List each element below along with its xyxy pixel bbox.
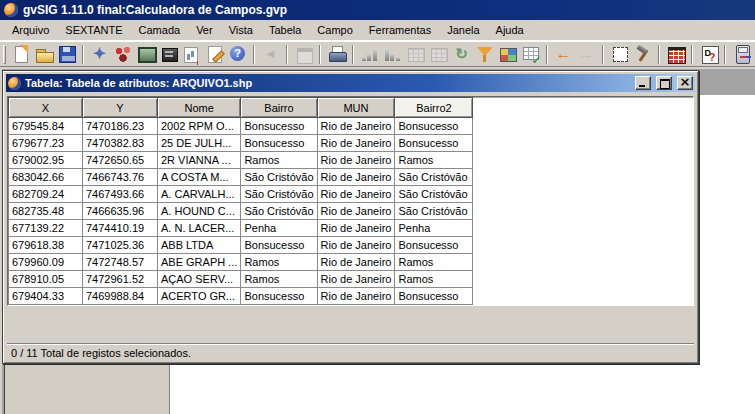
table-row[interactable]: 679002.957472650.652R VIANNA ...RamosRio… [9, 152, 473, 169]
table-row[interactable]: 682735.487466635.96A. HOUND C...São Cris… [9, 203, 473, 220]
cell[interactable]: Rio de Janeiro [317, 152, 395, 169]
cell[interactable]: São Cristóvão [395, 169, 473, 186]
cell[interactable]: Ramos [395, 271, 473, 288]
cell[interactable]: 7471025.36 [83, 237, 158, 254]
menu-item-sextante[interactable]: SEXTANTE [57, 21, 130, 39]
preferences-tools-icon[interactable] [631, 43, 654, 65]
cell[interactable]: 2002 RPM O... [158, 118, 241, 135]
table-row[interactable]: 677139.227474410.19A. N. LACER...PenhaRi… [9, 220, 473, 237]
statistics-table-icon[interactable] [496, 43, 519, 65]
cell[interactable]: Rio de Janeiro [317, 237, 395, 254]
cell[interactable]: São Cristóvão [241, 203, 317, 220]
cell[interactable]: Ramos [395, 254, 473, 271]
column-header-x[interactable]: X [9, 98, 83, 118]
help-icon[interactable]: ? [226, 43, 249, 65]
sextante-history-icon[interactable] [157, 43, 180, 65]
cell[interactable]: 679960.09 [9, 254, 83, 271]
sextante-notes-icon[interactable] [203, 43, 226, 65]
cell[interactable]: Rio de Janeiro [317, 220, 395, 237]
maximize-button[interactable] [656, 76, 672, 90]
cell[interactable]: 25 DE JULH... [158, 135, 241, 152]
table-scrollpane[interactable]: XYNomeBairroMUNBairro2 679545.847470186.… [7, 96, 694, 306]
minimize-button[interactable] [635, 76, 651, 90]
cell[interactable]: 2R VIANNA ... [158, 152, 241, 169]
cell[interactable]: 679002.95 [9, 152, 83, 169]
cell[interactable]: 7472650.65 [83, 152, 158, 169]
cell[interactable]: São Cristóvão [395, 203, 473, 220]
cell[interactable]: Ramos [395, 152, 473, 169]
sextante-console-icon[interactable] [134, 43, 157, 65]
table-window-titlebar[interactable]: Tabela: Tabela de atributos: ARQUIVO1.sh… [6, 74, 695, 92]
cell[interactable]: 679677.23 [9, 135, 83, 152]
cell[interactable]: Bonsucesso [395, 118, 473, 135]
menu-item-campo[interactable]: Campo [309, 21, 360, 39]
menu-item-ferramentas[interactable]: Ferramentas [361, 21, 439, 39]
refresh-icon[interactable]: ↻ [450, 43, 473, 65]
cell[interactable]: Bonsucesso [241, 237, 317, 254]
table-check-icon[interactable] [519, 43, 542, 65]
menu-item-ajuda[interactable]: Ajuda [488, 21, 532, 39]
cell[interactable]: 7472748.57 [83, 254, 158, 271]
cell[interactable]: 677139.22 [9, 220, 83, 237]
cell[interactable]: Rio de Janeiro [317, 135, 395, 152]
table-row[interactable]: 679677.237470382.8325 DE JULH...Bonsuces… [9, 135, 473, 152]
column-header-y[interactable]: Y [83, 98, 158, 118]
cell[interactable]: 7467493.66 [83, 186, 158, 203]
cell[interactable]: 679404.33 [9, 288, 83, 305]
cell[interactable]: 7470186.23 [83, 118, 158, 135]
cell[interactable]: Penha [395, 220, 473, 237]
print-icon[interactable] [325, 43, 348, 65]
back-arrow-icon[interactable]: ← [552, 43, 575, 65]
cell[interactable]: AÇAO SERV... [158, 271, 241, 288]
attributes-table-icon[interactable] [664, 43, 687, 65]
column-header-mun[interactable]: MUN [317, 98, 395, 118]
save-project-icon[interactable] [55, 43, 78, 65]
cell[interactable]: A. CARVALH... [158, 186, 241, 203]
column-header-nome[interactable]: Nome [158, 98, 241, 118]
table-row[interactable]: 679618.387471025.36ABB LTDABonsucessoRio… [9, 237, 473, 254]
field-manager-icon[interactable] [697, 43, 720, 65]
menu-item-ver[interactable]: Ver [188, 21, 221, 39]
sextante-models-icon[interactable] [111, 43, 134, 65]
cell[interactable]: 7470382.83 [83, 135, 158, 152]
column-header-bairro[interactable]: Bairro [241, 98, 317, 118]
cell[interactable]: 7466635.96 [83, 203, 158, 220]
close-button[interactable] [677, 76, 693, 90]
table-row[interactable]: 679545.847470186.232002 RPM O...Bonsuces… [9, 118, 473, 135]
cell[interactable]: 7469988.84 [83, 288, 158, 305]
cell[interactable]: 7472961.52 [83, 271, 158, 288]
sextante-results-icon[interactable] [180, 43, 203, 65]
sextante-toolbox-icon[interactable]: ✦ [88, 43, 111, 65]
cell[interactable]: A COSTA M... [158, 169, 241, 186]
filter-icon[interactable] [473, 43, 496, 65]
cell[interactable]: Bonsucesso [395, 237, 473, 254]
cell[interactable]: Rio de Janeiro [317, 186, 395, 203]
menu-item-tabela[interactable]: Tabela [261, 21, 309, 39]
menu-item-camada[interactable]: Camada [131, 21, 189, 39]
cell[interactable]: Bonsucesso [241, 118, 317, 135]
menu-item-vista[interactable]: Vista [221, 21, 261, 39]
cell[interactable]: Bonsucesso [395, 135, 473, 152]
cell[interactable]: Bonsucesso [395, 288, 473, 305]
cell[interactable]: 682735.48 [9, 203, 83, 220]
cell[interactable]: Rio de Janeiro [317, 203, 395, 220]
menu-item-janela[interactable]: Janela [439, 21, 487, 39]
cell[interactable]: Ramos [241, 271, 317, 288]
sort-ascending-icon[interactable] [358, 43, 381, 65]
table-row[interactable]: 678910.057472961.52AÇAO SERV...RamosRio … [9, 271, 473, 288]
cell[interactable]: Rio de Janeiro [317, 254, 395, 271]
cell[interactable]: ABB LTDA [158, 237, 241, 254]
cell[interactable]: 679618.38 [9, 237, 83, 254]
cell[interactable]: ABE GRAPH ... [158, 254, 241, 271]
table-row[interactable]: 679960.097472748.57ABE GRAPH ...RamosRio… [9, 254, 473, 271]
toolbar-handle[interactable] [3, 45, 6, 64]
cell[interactable]: 7474410.19 [83, 220, 158, 237]
selection-tools-icon[interactable] [608, 43, 631, 65]
new-document-icon[interactable] [9, 43, 32, 65]
cell[interactable]: 682709.24 [9, 186, 83, 203]
cell[interactable]: Ramos [241, 254, 317, 271]
table-row[interactable]: 683042.667466743.76A COSTA M...São Crist… [9, 169, 473, 186]
cell[interactable]: A. HOUND C... [158, 203, 241, 220]
table-row[interactable]: 679404.337469988.84ACERTO GR...Bonsucess… [9, 288, 473, 305]
cell[interactable]: Bonsucesso [241, 135, 317, 152]
